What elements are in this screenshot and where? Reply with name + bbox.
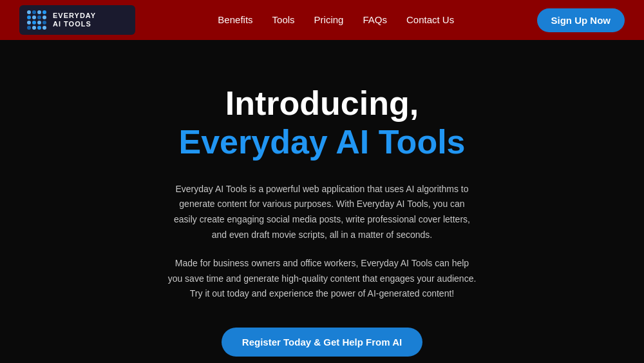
navbar: EVERYDAY AI TOOLS Benefits Tools Pricing… [0, 0, 644, 40]
nav-link-faqs[interactable]: FAQs [363, 14, 387, 25]
nav-item-benefits[interactable]: Benefits [218, 14, 252, 26]
signup-button[interactable]: Sign Up Now [537, 8, 625, 32]
hero-description-2: Made for business owners and office work… [167, 256, 477, 302]
nav-link-benefits[interactable]: Benefits [218, 14, 252, 25]
logo-top-line: EVERYDAY [53, 12, 96, 20]
nav-item-pricing[interactable]: Pricing [314, 14, 344, 26]
hero-title-line1: Introducing, [19, 85, 625, 122]
logo-icon [27, 10, 46, 30]
hero-title-line2: Everyday AI Tools [19, 122, 625, 162]
hero-description-1: Everyday AI Tools is a powerful web appl… [167, 182, 477, 243]
logo[interactable]: EVERYDAY AI TOOLS [19, 5, 135, 35]
nav-link-contact[interactable]: Contact Us [406, 14, 454, 25]
nav-item-faqs[interactable]: FAQs [363, 14, 387, 26]
logo-text: EVERYDAY AI TOOLS [53, 12, 96, 28]
nav-item-tools[interactable]: Tools [272, 14, 295, 26]
nav-link-pricing[interactable]: Pricing [314, 14, 344, 25]
nav-links: Benefits Tools Pricing FAQs Contact Us [218, 14, 454, 26]
nav-link-tools[interactable]: Tools [272, 14, 295, 25]
hero-section: Introducing, Everyday AI Tools Everyday … [0, 40, 644, 363]
register-button[interactable]: Register Today & Get Help From AI [222, 328, 422, 357]
nav-item-contact[interactable]: Contact Us [406, 14, 454, 26]
logo-bottom-line: AI TOOLS [53, 20, 96, 28]
